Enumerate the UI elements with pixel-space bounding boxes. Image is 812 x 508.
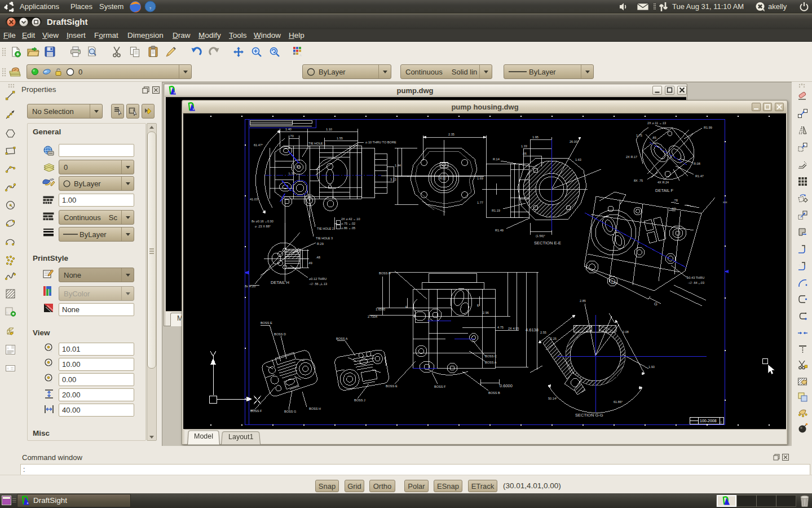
svg-text:.53: .53 bbox=[295, 165, 300, 168]
svg-text:A: A bbox=[7, 347, 9, 350]
svg-text:2.25: 2.25 bbox=[550, 337, 557, 340]
svg-text:SECTION E-E: SECTION E-E bbox=[534, 240, 561, 246]
svg-text:⌀0.43 THRU: ⌀0.43 THRU bbox=[687, 276, 704, 279]
svg-text:1.69: 1.69 bbox=[477, 177, 483, 180]
svg-text:BOSS A: BOSS A bbox=[336, 337, 348, 340]
svg-text:s: s bbox=[192, 107, 194, 111]
svg-text:BOSS C: BOSS C bbox=[485, 354, 497, 358]
svg-text:BOSS H: BOSS H bbox=[379, 271, 391, 275]
svg-text:26.00°: 26.00° bbox=[570, 140, 579, 143]
svg-text:4.95: 4.95 bbox=[611, 279, 617, 285]
svg-text:2X ⌀.42 ⌄.10: 2X ⌀.42 ⌄.10 bbox=[341, 217, 360, 221]
svg-text:A: A bbox=[299, 54, 302, 57]
svg-text:DETAIL H: DETAIL H bbox=[271, 280, 289, 285]
svg-text:+: + bbox=[798, 263, 800, 266]
svg-text:R1.47: R1.47 bbox=[695, 174, 704, 178]
svg-text:50.14°: 50.14° bbox=[548, 397, 557, 400]
svg-text:BOSS E: BOSS E bbox=[386, 384, 398, 388]
svg-text:BOSS G: BOSS G bbox=[284, 410, 296, 413]
svg-text:1.63: 1.63 bbox=[575, 158, 581, 161]
svg-text:8x ⌀0.16 ⌄0.30: 8x ⌀0.16 ⌄0.30 bbox=[251, 220, 273, 223]
svg-text:4.6138: 4.6138 bbox=[526, 327, 539, 332]
svg-text:s: s bbox=[27, 501, 28, 505]
svg-text:R.02: R.02 bbox=[440, 177, 446, 180]
svg-text:2.85: 2.85 bbox=[580, 299, 586, 303]
svg-text:BOSS H: BOSS H bbox=[309, 407, 321, 410]
svg-text:3.13: 3.13 bbox=[390, 178, 396, 181]
svg-text:2.7304: 2.7304 bbox=[368, 315, 377, 318]
svg-text:1.77: 1.77 bbox=[477, 201, 483, 204]
svg-text:R.29: R.29 bbox=[317, 242, 324, 246]
svg-text:1.75: 1.75 bbox=[636, 134, 642, 137]
svg-text:4.75: 4.75 bbox=[497, 326, 504, 329]
svg-text:z: z bbox=[50, 380, 52, 383]
svg-text:BOSS J: BOSS J bbox=[354, 398, 365, 402]
svg-text:DETAIL F: DETAIL F bbox=[655, 188, 674, 193]
svg-text:△: △ bbox=[720, 420, 722, 423]
svg-text:8X .75: 8X .75 bbox=[634, 179, 643, 182]
svg-text:R.08: R.08 bbox=[694, 162, 700, 165]
svg-text:SECTION G-G: SECTION G-G bbox=[575, 413, 603, 418]
svg-text:TIE HOLE 3: TIE HOLE 3 bbox=[316, 237, 333, 240]
svg-text:1.93: 1.93 bbox=[648, 365, 655, 369]
svg-text:A: A bbox=[7, 367, 9, 370]
svg-text:2X ⌀.11 ⌄.13: 2X ⌀.11 ⌄.13 bbox=[647, 121, 666, 125]
svg-text:.78: .78 bbox=[673, 199, 678, 202]
svg-text:⎯⌀ .64 ⌄.03: ⎯⌀ .64 ⌄.03 bbox=[688, 281, 704, 284]
svg-text:R1.49: R1.49 bbox=[495, 229, 504, 232]
svg-text:BOSS E: BOSS E bbox=[261, 321, 272, 325]
svg-text:0.6000: 0.6000 bbox=[500, 383, 513, 388]
svg-text:100-2008: 100-2008 bbox=[700, 419, 717, 423]
svg-text:BOSS A: BOSS A bbox=[485, 361, 497, 364]
svg-text:x: x bbox=[50, 349, 52, 353]
svg-text:?: ? bbox=[149, 7, 152, 10]
svg-text:⌀.10 THRU TO BORE: ⌀.10 THRU TO BORE bbox=[365, 141, 396, 144]
svg-text:61.47°: 61.47° bbox=[254, 143, 263, 147]
svg-text:TIE HOLE 1: TIE HOLE 1 bbox=[308, 142, 325, 145]
svg-text:G: G bbox=[654, 301, 657, 306]
svg-text:L.30: L.30 bbox=[289, 172, 295, 175]
svg-text:.85: .85 bbox=[652, 136, 656, 139]
svg-text:2.55: 2.55 bbox=[540, 331, 546, 334]
svg-text:4X R.24: 4X R.24 bbox=[657, 181, 669, 184]
svg-text:(1.56)°: (1.56)° bbox=[536, 234, 545, 238]
svg-text:BOSS B: BOSS B bbox=[488, 391, 500, 395]
svg-text:1.10: 1.10 bbox=[326, 128, 332, 131]
svg-text:1.40: 1.40 bbox=[285, 128, 292, 131]
svg-text:61.86°: 61.86° bbox=[614, 400, 623, 404]
svg-text:2.35: 2.35 bbox=[448, 133, 454, 136]
svg-text:+: + bbox=[9, 243, 11, 246]
svg-text:1.44: 1.44 bbox=[395, 164, 401, 167]
svg-text:1.6500: 1.6500 bbox=[376, 308, 385, 311]
svg-text:2.96: 2.96 bbox=[483, 311, 489, 314]
svg-text:8x R.20: 8x R.20 bbox=[245, 284, 255, 288]
svg-text:E: E bbox=[477, 304, 479, 307]
svg-text:.48: .48 bbox=[316, 256, 320, 259]
svg-text:R1.99: R1.99 bbox=[704, 126, 712, 129]
svg-text:⌀0.12 THRU: ⌀0.12 THRU bbox=[309, 277, 326, 281]
svg-text:1.33: 1.33 bbox=[521, 144, 527, 148]
svg-text:TIE HOLE 2: TIE HOLE 2 bbox=[317, 227, 334, 230]
svg-text:1.55: 1.55 bbox=[337, 137, 343, 140]
svg-text:R1.19: R1.19 bbox=[492, 209, 500, 212]
svg-text:.70: .70 bbox=[289, 134, 294, 138]
svg-text:1.95: 1.95 bbox=[532, 135, 539, 139]
svg-text:A: A bbox=[6, 311, 8, 314]
svg-text:2X R.17: 2X R.17 bbox=[626, 155, 637, 159]
svg-text:BOSS D: BOSS D bbox=[274, 332, 286, 336]
svg-text:s: s bbox=[173, 91, 175, 94]
svg-text:2X 4.95: 2X 4.95 bbox=[508, 327, 519, 330]
svg-text:BOSS F: BOSS F bbox=[250, 409, 262, 413]
svg-text:E: E bbox=[405, 305, 408, 309]
svg-text:⎯⌀ .56 ⌄L.13: ⎯⌀ .56 ⌄L.13 bbox=[309, 282, 327, 286]
svg-text:⌀.86 ⌄.05: ⌀.86 ⌄.05 bbox=[341, 226, 355, 230]
svg-text:BOSS F: BOSS F bbox=[434, 385, 446, 388]
svg-text:.49: .49 bbox=[308, 261, 312, 265]
svg-text:.2R: .2R bbox=[671, 207, 676, 211]
svg-text:41.03°: 41.03° bbox=[250, 198, 259, 201]
svg-text:R.14: R.14 bbox=[493, 157, 500, 161]
svg-text:2.08: 2.08 bbox=[623, 330, 629, 334]
svg-text:+: + bbox=[10, 220, 11, 223]
svg-text:⌀.75 ⌄.02: ⌀.75 ⌄.02 bbox=[341, 222, 355, 225]
svg-text:.66: .66 bbox=[522, 152, 527, 155]
